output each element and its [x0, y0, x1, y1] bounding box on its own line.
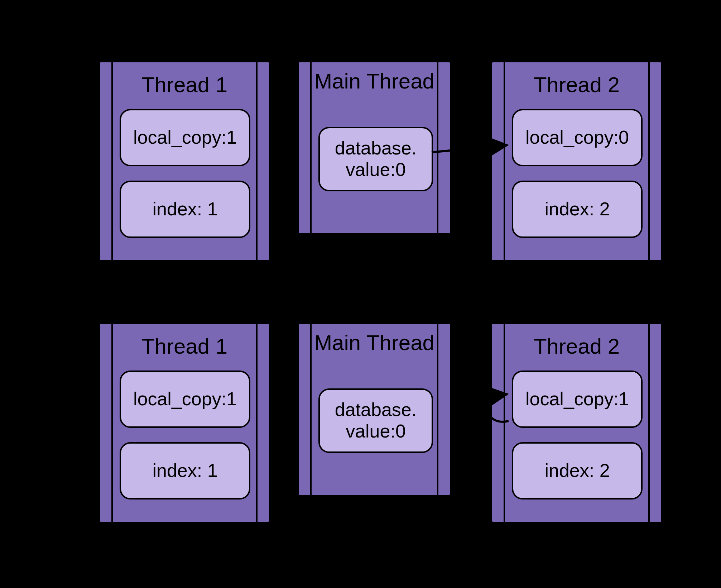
- thread1-box-row1: Thread 1 local_copy:1 index: 1: [98, 61, 270, 262]
- thread2-box-row1: Thread 2 local_copy:0 index: 2: [491, 61, 663, 262]
- main-thread-box-row1: Main Thread database. value:0: [297, 61, 451, 235]
- arrow-loop-thread2-row2: [469, 380, 527, 437]
- thread2-localcopy-row1: local_copy:0: [512, 109, 643, 166]
- main-thread-box-row2: Main Thread database. value:0: [297, 322, 451, 496]
- thread2-index-row2: index: 2: [512, 442, 643, 499]
- thread2-title-row1: Thread 2: [492, 73, 661, 97]
- arrow-main-to-thread2-row1: [430, 142, 512, 163]
- main-thread-title-row2: Main Thread: [299, 331, 450, 355]
- thread1-localcopy-row2: local_copy:1: [120, 371, 250, 428]
- thread2-index-row1: index: 2: [512, 181, 643, 238]
- thread1-title-row1: Thread 1: [100, 73, 269, 97]
- thread1-title-row2: Thread 1: [100, 335, 269, 358]
- main-db-value-row1: database. value:0: [318, 127, 433, 191]
- main-thread-title-row1: Main Thread: [299, 70, 450, 93]
- thread2-title-row2: Thread 2: [492, 335, 661, 358]
- main-db-value-row2: database. value:0: [318, 388, 433, 453]
- thread1-index-row1: index: 1: [120, 181, 250, 238]
- thread1-box-row2: Thread 1 local_copy:1 index: 1: [98, 322, 270, 523]
- thread1-index-row2: index: 1: [120, 442, 250, 499]
- thread1-localcopy-row1: local_copy:1: [120, 109, 250, 166]
- svg-line-0: [432, 145, 507, 152]
- thread2-localcopy-row2: local_copy:1: [512, 371, 643, 428]
